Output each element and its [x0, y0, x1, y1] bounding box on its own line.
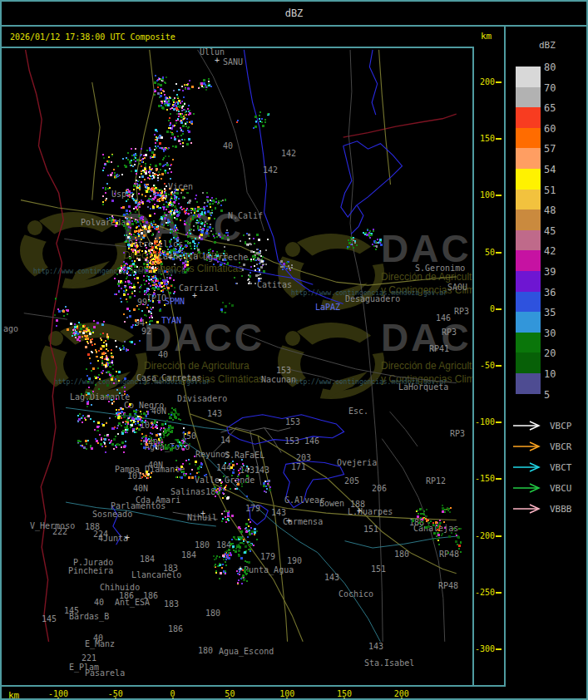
colorbar-value-label: 35	[544, 308, 556, 318]
y-tick-mark	[496, 365, 502, 367]
vector-legend-row: VBBB	[512, 503, 572, 515]
y-tick-label: 0	[490, 304, 495, 314]
colorbar-value-label: 80	[544, 62, 556, 72]
colorbar-value-label: 54	[544, 165, 556, 175]
radar-map: DACCDirección de Agriculturay Contingenc…	[2, 48, 472, 685]
colorbar-value-label: 45	[544, 226, 556, 236]
colorbar-value-label: 20	[544, 348, 556, 358]
vector-legend-row: VBCP	[512, 420, 572, 431]
x-axis: km -100-50050100150200	[2, 685, 506, 700]
vector-arrow-icon	[512, 441, 544, 451]
y-tick-mark	[496, 592, 502, 594]
y-tick-label: -150	[475, 474, 495, 484]
colorbar-value-label: 65	[544, 103, 556, 113]
colorbar-title: dBZ	[539, 40, 556, 51]
y-tick-label: 200	[480, 77, 495, 87]
colorbar-swatch	[516, 250, 541, 271]
colorbar-swatch	[516, 210, 541, 230]
radar-echo-canvas	[2, 48, 472, 685]
colorbar-swatch	[516, 312, 541, 333]
y-tick-mark	[496, 478, 502, 480]
colorbar-swatch	[516, 87, 541, 108]
colorbar-value-label: 51	[544, 185, 556, 195]
colorbar-swatch	[516, 230, 541, 251]
y-tick-label: -50	[480, 361, 495, 371]
vector-label: VBBB	[550, 504, 572, 515]
colorbar-swatch	[516, 128, 541, 149]
vector-arrow-icon	[512, 504, 544, 514]
y-tick-mark	[496, 421, 502, 423]
y-tick-mark	[496, 81, 502, 83]
y-tick-label: 100	[480, 190, 495, 200]
radar-map-frame: DACCDirección de Agriculturay Contingenc…	[2, 47, 474, 685]
colorbar-value-label: 70	[544, 83, 556, 93]
vector-legend-row: VBCT	[512, 461, 572, 473]
y-tick-label: -300	[475, 644, 495, 654]
radar-app-window: dBZ 2026/01/12 17:38:00 UTC Composite	[0, 0, 588, 700]
y-tick-label: -250	[475, 588, 495, 598]
y-tick-label: 150	[480, 134, 495, 144]
y-tick-mark	[496, 535, 502, 537]
y-tick-mark	[496, 195, 502, 196]
colorbar-value-label: 5	[544, 390, 550, 400]
y-tick-label: -100	[475, 417, 495, 427]
y-tick-mark	[496, 252, 502, 254]
vector-legend-row: VBCU	[512, 482, 572, 494]
colorbar-swatch	[516, 190, 541, 210]
title-bar: dBZ	[2, 2, 586, 27]
colorbar-value-label: 42	[544, 246, 556, 256]
y-tick-mark	[496, 648, 502, 650]
vector-arrow-icon	[512, 421, 544, 431]
colorbar-swatch	[516, 107, 541, 128]
colorbar-swatch	[516, 292, 541, 313]
y-tick-label: 50	[485, 248, 495, 258]
vector-label: VBCU	[550, 483, 572, 494]
y-tick-mark	[496, 138, 502, 140]
colorbar-swatch	[516, 67, 541, 87]
colorbar-swatch	[516, 373, 541, 394]
colorbar-value-label: 39	[544, 267, 556, 277]
vector-arrow-icon	[512, 483, 544, 493]
timestamp-label: 2026/01/12 17:38:00 UTC Composite	[10, 32, 175, 42]
colorbar-value-label: 60	[544, 124, 556, 134]
colorbar-swatch	[516, 352, 541, 373]
colorbar-value-label: 30	[544, 328, 556, 338]
header-bar: 2026/01/12 17:38:00 UTC Composite	[2, 27, 472, 47]
colorbar-value-label: 36	[544, 288, 556, 298]
vector-arrow-icon	[512, 462, 544, 472]
y-tick-mark	[496, 308, 502, 310]
colorbar-swatch	[516, 333, 541, 353]
colorbar-value-label: 57	[544, 144, 556, 154]
colorbar-swatch	[516, 169, 541, 190]
colorbar-value-label: 48	[544, 205, 556, 215]
page-title: dBZ	[285, 7, 304, 19]
vector-legend-row: VBCR	[512, 441, 572, 452]
colorbar-swatch	[516, 271, 541, 292]
vector-label: VBCP	[550, 421, 572, 431]
y-axis-unit: km	[481, 31, 492, 42]
legend-panel: dBZ 807065605754514845423936353020105 VB…	[506, 27, 588, 700]
x-axis-unit: km	[8, 690, 19, 700]
colorbar-swatch	[516, 148, 541, 169]
colorbar-value-label: 10	[544, 369, 556, 379]
vector-label: VBCR	[550, 441, 572, 452]
y-tick-label: -200	[475, 531, 495, 541]
vector-label: VBCT	[550, 462, 572, 473]
y-axis: km 200150100500-50-100-150-200-250-300	[474, 27, 506, 685]
